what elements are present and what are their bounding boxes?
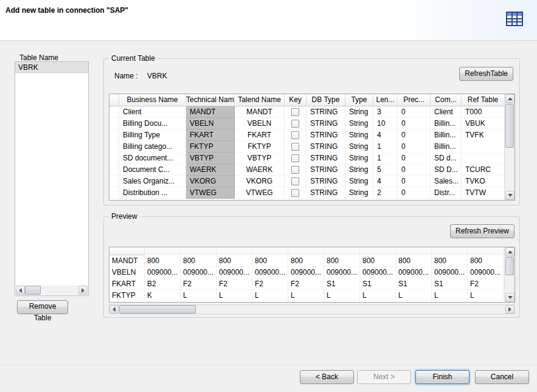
preview-cell: B2 (145, 278, 181, 290)
cell-db-type: STRING (307, 118, 345, 129)
cell-type: String (345, 164, 373, 176)
preview-field-name: FKTYP (109, 290, 145, 301)
cell-talend-name: FKTYP (235, 141, 285, 153)
cell-precision: 0 (398, 141, 431, 153)
preview-cell: F2 (181, 278, 217, 290)
refresh-preview-button[interactable]: Refresh Preview (450, 224, 514, 238)
col-type[interactable]: Type (345, 94, 373, 106)
preview-cell: L (396, 290, 432, 301)
columns-vertical-scrollbar[interactable] (504, 94, 514, 200)
preview-cell: F2 (217, 278, 252, 290)
key-checkbox[interactable] (291, 108, 299, 116)
col-length[interactable]: Len... (373, 94, 398, 106)
cell-ref-table: TVKO (462, 176, 504, 187)
preview-cell: 009000... (360, 267, 396, 278)
table-row: Billing Type FKART FKART STRING String 4… (109, 129, 514, 141)
scrollbar-thumb[interactable] (505, 104, 514, 148)
cell-db-type: STRING (307, 106, 345, 118)
key-checkbox[interactable] (291, 154, 299, 162)
key-checkbox[interactable] (291, 189, 299, 197)
col-ref-table[interactable]: Ref Table (462, 94, 504, 106)
table-name-list[interactable]: VBRK (15, 61, 89, 296)
cell-ref-table: TVTW (462, 187, 504, 199)
preview-field-name: MANDT (109, 255, 145, 267)
scroll-left-button[interactable] (109, 305, 119, 314)
cell-key (285, 187, 307, 199)
key-checkbox[interactable] (291, 166, 299, 174)
back-button[interactable]: < Back (300, 370, 354, 384)
name-label: Name : (114, 72, 138, 80)
scroll-up-button[interactable] (505, 247, 514, 256)
col-technical-name[interactable]: Technical Name (186, 94, 235, 106)
scroll-left-button[interactable] (16, 286, 25, 295)
cell-ref-table (462, 141, 504, 153)
scroll-right-button[interactable] (505, 305, 514, 314)
cell-type: String (345, 153, 373, 164)
cell-key (285, 129, 307, 141)
cell-talend-name: VBTYP (235, 153, 285, 164)
table-name-label: Table Name (18, 53, 60, 62)
col-db-type[interactable]: DB Type (307, 94, 345, 106)
table-row: SD document... VBTYP VBTYP STRING String… (109, 153, 514, 164)
cell-comment: Billin... (431, 129, 462, 141)
key-checkbox[interactable] (291, 177, 299, 185)
scrollbar-thumb[interactable] (25, 286, 41, 295)
preview-vertical-scrollbar[interactable] (504, 247, 514, 302)
next-button[interactable]: Next > (357, 370, 411, 384)
key-checkbox[interactable] (291, 120, 299, 128)
preview-cell: 800 (324, 255, 360, 267)
cell-db-type: STRING (307, 153, 345, 164)
scroll-right-button[interactable] (78, 286, 88, 295)
col-precision[interactable]: Prec... (398, 94, 431, 106)
remove-table-button[interactable]: Remove Table (17, 300, 68, 314)
current-table-group: Current Table Name : VBRK RefreshTable B… (103, 58, 520, 205)
list-item-vbrk[interactable]: VBRK (15, 62, 88, 73)
cell-key (285, 118, 307, 129)
cell-talend-name: VKORG (235, 176, 285, 187)
col-key[interactable]: Key (285, 94, 307, 106)
cell-business-name: Sales Organiz... (119, 176, 186, 187)
preview-row: MANDT 800 800 800 800 800 800 800 800 80… (109, 255, 514, 267)
cell-length: 5 (373, 164, 398, 176)
cell-talend-name: WAERK (235, 164, 285, 176)
cell-db-type: STRING (307, 187, 345, 199)
table-name-row: Name : VBRK (114, 72, 167, 80)
preview-cell: 009000... (181, 267, 217, 278)
cell-precision: 0 (398, 164, 431, 176)
preview-cell: 009000... (396, 267, 432, 278)
left-arrow-icon (113, 307, 116, 312)
preview-cell: L (324, 290, 360, 301)
key-checkbox[interactable] (291, 143, 299, 151)
cancel-button[interactable]: Cancel (475, 370, 529, 384)
cell-business-name: Billing Type (119, 129, 186, 141)
cell-precision: 0 (398, 153, 431, 164)
col-business-name[interactable]: Business Name (119, 94, 186, 106)
key-checkbox[interactable] (291, 131, 299, 139)
scroll-down-button[interactable] (505, 191, 514, 200)
table-row: Sales Organiz... VKORG VKORG STRING Stri… (109, 176, 514, 187)
columns-table: Business Name Technical Name Talend Name… (109, 94, 515, 201)
scroll-down-button[interactable] (505, 293, 514, 302)
preview-cell: 009000... (288, 267, 324, 278)
preview-cell: S1 (324, 278, 360, 290)
cell-key (285, 106, 307, 118)
cell-technical-name: WAERK (186, 164, 235, 176)
preview-cell: L (468, 290, 504, 301)
refresh-table-button[interactable]: RefreshTable (459, 67, 513, 81)
list-horizontal-scrollbar[interactable] (16, 286, 88, 295)
table-row: Distribution ... VTWEG VTWEG STRING Stri… (109, 187, 514, 199)
finish-button[interactable]: Finish (415, 370, 469, 384)
cell-type: String (345, 141, 373, 153)
scrollbar-thumb[interactable] (505, 257, 514, 275)
cell-business-name: Document C... (119, 164, 186, 176)
cell-business-name: Billing Docu... (119, 118, 186, 129)
col-talend-name[interactable]: Talend Name (235, 94, 285, 106)
col-comment[interactable]: Com... (431, 94, 462, 106)
cell-precision: 0 (398, 106, 431, 118)
scroll-up-button[interactable] (505, 94, 514, 103)
cell-key (285, 164, 307, 176)
preview-table: MANDT 800 800 800 800 800 800 800 800 80… (109, 247, 515, 303)
scrollbar-thumb[interactable] (119, 305, 196, 314)
preview-horizontal-scrollbar[interactable] (109, 304, 515, 314)
preview-cell: 009000... (324, 267, 360, 278)
